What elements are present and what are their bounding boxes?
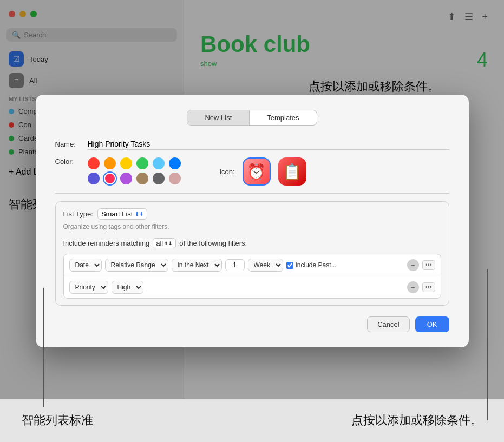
right-annotation-line — [487, 269, 488, 420]
date-filter-col1[interactable]: Date — [69, 259, 102, 272]
annotation-bar: 智能列表标准 点按以添加或移除条件。 — [0, 399, 504, 442]
color-rose[interactable] — [169, 173, 181, 184]
list-type-row: List Type: Smart List ⬆⬇ — [63, 208, 441, 220]
filters-suffix: of the following filters: — [179, 239, 247, 247]
left-annotation-line — [43, 288, 44, 407]
color-purple[interactable] — [120, 173, 132, 184]
remove-filter-btn[interactable]: − — [407, 259, 419, 271]
cancel-button[interactable]: Cancel — [367, 316, 409, 332]
include-matching-text: Include reminders matching — [63, 239, 150, 247]
icon-section: Icon: ⏰ 📋 — [220, 157, 306, 186]
list-type-chevron: ⬆⬇ — [135, 211, 143, 217]
color-icon-row: Color: Icon: ⏰ 📋 — [55, 157, 449, 194]
color-grid — [88, 157, 198, 184]
include-past-label: Include Past... — [296, 261, 337, 269]
name-row: Name: — [55, 138, 449, 150]
all-chevron: ⬆⬇ — [164, 241, 173, 246]
ok-button[interactable]: OK — [415, 316, 449, 332]
filter-more-btn[interactable]: ••• — [422, 260, 435, 270]
date-filter-col2[interactable]: Relative Range — [105, 259, 168, 272]
modal-overlay: New List Templates Name: Color: — [0, 0, 504, 442]
filter-rows-container: Date Relative Range In the Next Week Inc — [63, 254, 441, 299]
color-yellow[interactable] — [120, 157, 132, 169]
priority-more-btn[interactable]: ••• — [422, 282, 435, 292]
color-green[interactable] — [136, 157, 148, 169]
smart-list-dialog: New List Templates Name: Color: — [36, 95, 469, 347]
tab-new-list[interactable]: New List — [187, 110, 249, 125]
color-brown[interactable] — [136, 173, 148, 184]
filters-label: Include reminders matching all ⬆⬇ of the… — [63, 238, 441, 248]
color-red[interactable] — [88, 157, 100, 169]
priority-filter-col2[interactable]: High — [112, 281, 143, 294]
remove-priority-filter-btn[interactable]: − — [407, 281, 419, 293]
all-select[interactable]: all ⬆⬇ — [153, 238, 176, 248]
filter-row-date: Date Relative Range In the Next Week Inc — [64, 254, 441, 276]
include-past-checkbox[interactable] — [286, 262, 293, 269]
color-orange[interactable] — [104, 157, 116, 169]
color-indigo[interactable] — [88, 173, 100, 184]
name-input[interactable] — [88, 138, 449, 150]
priority-filter-col1[interactable]: Priority — [69, 281, 108, 294]
date-filter-value[interactable] — [225, 259, 245, 271]
date-filter-col3[interactable]: In the Next — [172, 259, 222, 272]
annotation-left: 智能列表标准 — [22, 412, 93, 428]
color-pink[interactable] — [104, 173, 116, 184]
tab-templates[interactable]: Templates — [250, 110, 316, 125]
list-type-select[interactable]: Smart List ⬆⬇ — [97, 208, 148, 220]
color-gray[interactable] — [153, 173, 165, 184]
dialog-footer: Cancel OK — [55, 316, 449, 332]
date-filter-col5[interactable]: Week — [248, 259, 283, 272]
include-past-group: Include Past... — [286, 261, 337, 269]
color-blue[interactable] — [169, 157, 181, 169]
list-type-label: List Type: — [63, 210, 93, 218]
color-light-blue[interactable] — [153, 157, 165, 169]
list-type-hint: Organize using tags and other filters. — [63, 223, 441, 230]
list-type-value: Smart List — [101, 210, 133, 218]
all-option-text: all — [156, 239, 163, 247]
list-type-box: List Type: Smart List ⬆⬇ Organize using … — [55, 201, 449, 306]
icon-alarm[interactable]: ⏰ — [243, 157, 271, 186]
color-label: Color: — [55, 157, 88, 166]
filter-row-priority: Priority High − ••• — [64, 276, 441, 298]
icon-label: Icon: — [220, 168, 235, 176]
annotation-right: 点按以添加或移除条件。 — [351, 412, 482, 428]
name-label: Name: — [55, 140, 88, 148]
tab-group: New List Templates — [187, 110, 317, 126]
icon-list[interactable]: 📋 — [278, 157, 306, 186]
dialog-tabs: New List Templates — [55, 110, 449, 126]
